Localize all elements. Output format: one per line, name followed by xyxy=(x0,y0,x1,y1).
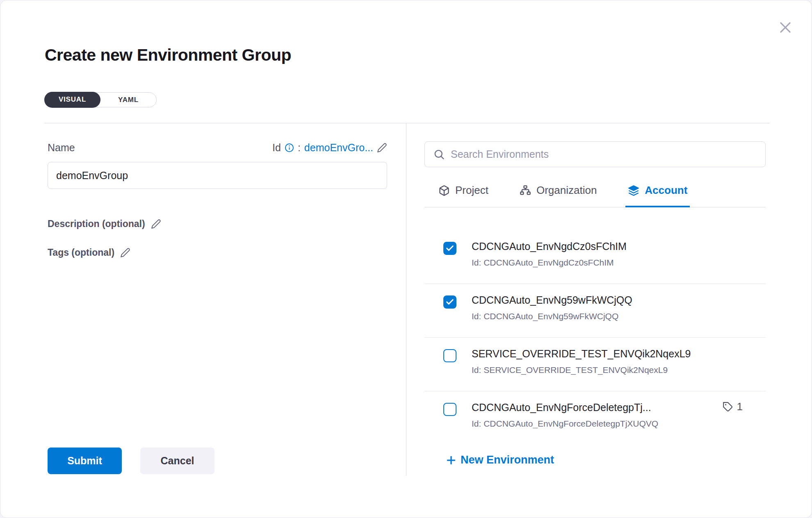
new-environment-label: New Environment xyxy=(461,454,554,466)
environment-id: Id: CDCNGAuto_EnvNgdCz0sFChIM xyxy=(472,258,627,268)
environment-list: CDCNGAuto_EnvNgdCz0sFChIM Id: CDCNGAuto_… xyxy=(424,210,766,428)
environment-id: Id: CDCNGAuto_EnvNgForceDeletegpTjXUQVQ xyxy=(472,419,658,428)
cancel-button[interactable]: Cancel xyxy=(140,448,214,474)
visual-yaml-toggle: VISUAL YAML xyxy=(44,92,157,107)
environment-name: CDCNGAuto_EnvNgdCz0sFChIM xyxy=(472,241,627,252)
id-row: Id : demoEnvGro... xyxy=(48,142,387,154)
tag-icon xyxy=(723,402,733,412)
environment-checkbox[interactable] xyxy=(443,403,456,416)
environment-texts: SERVICE_OVERRIDE_TEST_ENVQik2NqexL9 Id: … xyxy=(472,348,691,375)
environment-checkbox[interactable] xyxy=(443,295,456,309)
environment-row[interactable]: CDCNGAuto_EnvNg59wFkWCjQQ Id: CDCNGAuto_… xyxy=(424,284,766,338)
environment-row[interactable]: SERVICE_OVERRIDE_TEST_ENVQik2NqexL9 Id: … xyxy=(424,338,766,391)
environment-scope-tabs: Project Organization Account xyxy=(424,178,766,207)
id-colon: : xyxy=(298,142,301,154)
environment-texts: CDCNGAuto_EnvNgdCz0sFChIM Id: CDCNGAuto_… xyxy=(472,241,627,268)
environment-row[interactable]: CDCNGAuto_EnvNgForceDeletegpTj... Id: CD… xyxy=(424,391,766,428)
edit-id-icon[interactable] xyxy=(377,143,387,153)
page-title: Create new Environment Group xyxy=(45,45,291,65)
description-label: Description (optional) xyxy=(48,218,145,229)
check-icon xyxy=(445,244,454,253)
id-value-link[interactable]: demoEnvGro... xyxy=(304,142,373,154)
environment-texts: CDCNGAuto_EnvNg59wFkWCjQQ Id: CDCNGAuto_… xyxy=(472,294,632,321)
info-icon[interactable] xyxy=(285,143,294,152)
environment-checkbox[interactable] xyxy=(443,349,456,362)
environment-checkbox[interactable] xyxy=(443,242,456,255)
submit-button[interactable]: Submit xyxy=(48,448,122,474)
description-field: Description (optional) xyxy=(48,218,161,229)
search-environments-input[interactable] xyxy=(451,142,765,167)
tags-field: Tags (optional) xyxy=(48,247,130,258)
environment-row[interactable]: CDCNGAuto_EnvNgdCz0sFChIM Id: CDCNGAuto_… xyxy=(424,210,766,284)
search-box xyxy=(424,141,766,167)
name-input[interactable] xyxy=(48,162,387,189)
environment-texts: CDCNGAuto_EnvNgForceDeletegpTj... Id: CD… xyxy=(472,402,658,428)
tag-badge: 1 xyxy=(723,400,743,413)
environment-name: CDCNGAuto_EnvNgForceDeletegpTj... xyxy=(472,402,658,413)
tab-organization[interactable]: Organization xyxy=(517,178,599,207)
environment-id: Id: SERVICE_OVERRIDE_TEST_ENVQik2NqexL9 xyxy=(472,365,691,375)
tab-organization-label: Organization xyxy=(536,184,597,197)
edit-description-icon[interactable] xyxy=(151,219,161,229)
check-icon xyxy=(445,298,454,307)
close-button[interactable] xyxy=(776,18,794,36)
close-icon xyxy=(778,20,793,35)
search-icon xyxy=(433,148,445,160)
tab-account[interactable]: Account xyxy=(625,178,690,207)
id-label: Id xyxy=(272,142,281,154)
vertical-divider xyxy=(406,123,406,476)
environment-id: Id: CDCNGAuto_EnvNg59wFkWCjQQ xyxy=(472,311,632,321)
tab-project-label: Project xyxy=(455,184,488,197)
edit-tags-icon[interactable] xyxy=(120,248,130,258)
toggle-yaml[interactable]: YAML xyxy=(100,93,156,107)
create-environment-group-modal: Create new Environment Group VISUAL YAML… xyxy=(0,0,812,518)
tab-account-label: Account xyxy=(645,184,687,197)
environment-name: SERVICE_OVERRIDE_TEST_ENVQik2NqexL9 xyxy=(472,348,691,360)
cube-icon xyxy=(438,185,450,196)
hierarchy-icon xyxy=(520,185,531,196)
tag-count: 1 xyxy=(737,400,743,413)
environments-pane: Project Organization Account xyxy=(424,0,766,518)
layers-icon xyxy=(628,185,639,196)
tab-project[interactable]: Project xyxy=(436,178,491,207)
toggle-visual[interactable]: VISUAL xyxy=(44,92,100,108)
environment-name: CDCNGAuto_EnvNg59wFkWCjQQ xyxy=(472,294,632,306)
tags-label: Tags (optional) xyxy=(48,247,114,258)
plus-icon xyxy=(446,455,456,466)
new-environment-button[interactable]: New Environment xyxy=(446,454,554,466)
